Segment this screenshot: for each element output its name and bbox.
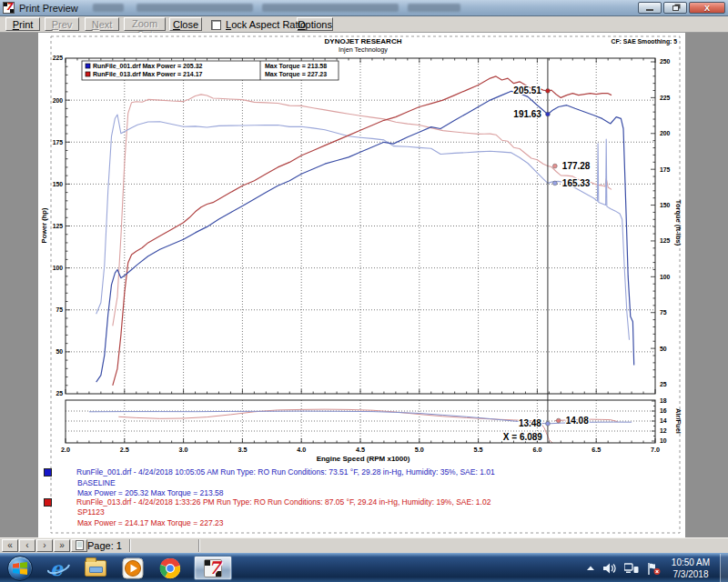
next-page-button[interactable]: ›: [36, 539, 53, 552]
statusbar-divider: [129, 539, 131, 552]
torque-tick-label: 50: [660, 346, 667, 352]
torque-tick-label: 150: [660, 202, 671, 208]
clock-time: 10:50 AM: [664, 557, 717, 568]
statusbar-divider: [198, 539, 200, 552]
restore-button[interactable]: [663, 2, 687, 14]
smoothing-note: CF: SAE Smoothing: 5: [612, 38, 678, 45]
power-tick-label: 175: [53, 139, 64, 146]
volume-icon[interactable]: [603, 563, 616, 574]
callout-label: 13.48: [519, 418, 541, 428]
preview-page: 2550751001251501752002252550751001251501…: [38, 33, 685, 537]
legend-entry: RunFile_013.drf Max Power = 214.17: [93, 71, 203, 77]
callout-label: 165.33: [562, 178, 591, 188]
redacted-title-text: [136, 4, 253, 12]
redacted-title-text: [262, 4, 399, 12]
last-page-button[interactable]: »: [54, 539, 70, 552]
minimize-button[interactable]: [638, 2, 662, 14]
power-tick-label: 150: [53, 181, 64, 187]
x-tick-label: 5.5: [474, 446, 483, 454]
redacted-title-text: [408, 4, 460, 12]
print-button[interactable]: Print: [5, 17, 40, 31]
x-tick-label: 3.5: [238, 446, 247, 454]
power-tick-label: 125: [53, 223, 64, 229]
window-titlebar[interactable]: 7 Print Preview X: [0, 0, 728, 16]
prev-page-button[interactable]: ‹: [19, 539, 35, 552]
callout-dot: [546, 112, 551, 116]
taskbar-internet-explorer-icon[interactable]: e: [46, 557, 70, 580]
taskbar-explorer-icon[interactable]: [84, 557, 107, 580]
callout-dot: [546, 421, 551, 426]
af-tick-label: 14: [660, 417, 667, 424]
torque-tick-label: 100: [660, 274, 671, 280]
torque-axis-title: Torque (ft-lbs): [674, 200, 682, 246]
x-tick-label: 4.5: [356, 446, 365, 454]
legend-swatch: [86, 64, 90, 68]
callout-dot: [546, 89, 551, 94]
series-power_013: [113, 76, 612, 386]
taskbar-chrome-icon[interactable]: [158, 557, 182, 580]
app-icon: 7: [3, 2, 15, 14]
torque-tick-label: 250: [660, 58, 671, 65]
power-tick-label: 200: [53, 97, 64, 104]
torque-tick-label: 225: [660, 95, 671, 101]
prev-button[interactable]: Prev: [45, 17, 79, 31]
clock-date: 7/3/2018: [664, 568, 717, 580]
lock-aspect-ratio-checkbox[interactable]: [211, 20, 221, 30]
lock-aspect-ratio-label: Lock Aspect Ratio: [226, 19, 306, 30]
callout-label: 14.08: [566, 416, 589, 426]
torque-tick-label: 175: [660, 166, 671, 173]
chart-subtitle: Injen Technology: [339, 45, 388, 54]
network-icon[interactable]: [624, 563, 639, 574]
af-tick-label: 12: [660, 427, 667, 434]
legend-entry: Max Torque = 213.58: [265, 63, 327, 70]
taskbar-winpep-button[interactable]: 7: [194, 556, 232, 580]
chart-title: DYNOJET RESEARCH: [325, 37, 402, 45]
legend-entry: RunFile_001.drf Max Power = 205.32: [93, 63, 203, 69]
show-desktop-button[interactable]: [720, 554, 728, 582]
af-axis-title: Air/Fuel: [674, 408, 682, 434]
torque-tick-label: 75: [660, 309, 667, 316]
page-thumbnail-button[interactable]: [71, 539, 87, 552]
af-tick-label: 18: [660, 397, 667, 404]
taskbar-media-player-icon[interactable]: [121, 557, 145, 580]
cursor-x-label: X = 6.089: [503, 432, 543, 442]
svg-text:e: e: [50, 557, 65, 580]
callout-label: 205.51: [513, 85, 541, 95]
system-tray: [586, 554, 661, 582]
power-axis-title: Power (hp): [40, 207, 48, 243]
x-tick-label: 4.0: [297, 446, 306, 454]
page-indicator: Page: 1: [87, 540, 122, 551]
x-tick-label: 3.0: [179, 446, 188, 454]
close-window-button[interactable]: X: [689, 2, 725, 14]
first-page-button[interactable]: «: [2, 539, 18, 552]
taskbar-clock[interactable]: 10:50 AM 7/3/2018: [664, 557, 717, 580]
x-tick-label: 6.5: [592, 446, 601, 454]
window-title: Print Preview: [19, 3, 78, 14]
x-tick-label: 7.0: [651, 446, 660, 454]
screen: 7 Print Preview X PrintPrevNextZoom OutC…: [0, 0, 728, 582]
zoom-out-button[interactable]: Zoom Out: [124, 17, 166, 31]
power-tick-label: 100: [53, 265, 64, 271]
af-tick-label: 16: [660, 407, 667, 414]
hidden-icons-arrow[interactable]: [586, 565, 595, 572]
legend-swatch: [86, 72, 90, 76]
x-tick-label: 6.0: [532, 446, 541, 454]
next-button[interactable]: Next: [85, 17, 119, 31]
dyno-chart: 2550751001251501752002252550751001251501…: [38, 33, 685, 537]
redacted-title-text: [93, 4, 124, 12]
power-tick-label: 50: [56, 348, 63, 355]
close-button[interactable]: Close: [169, 17, 202, 31]
torque-tick-label: 125: [660, 237, 671, 244]
callout-dot: [552, 181, 557, 186]
callout-dot: [552, 164, 557, 168]
torque-tick-label: 200: [660, 130, 671, 136]
series-power_001: [96, 91, 634, 382]
print-preview-toolbar: PrintPrevNextZoom OutCloseOptions Lock A…: [0, 16, 728, 33]
power-tick-label: 225: [53, 55, 64, 61]
preview-workspace: 2550751001251501752002252550751001251501…: [0, 33, 728, 537]
x-tick-label: 5.0: [415, 446, 424, 454]
windows-logo-icon: [13, 562, 27, 575]
action-center-flag-icon[interactable]: [647, 563, 661, 575]
start-button[interactable]: [7, 556, 33, 581]
statusbar: «‹›» Page: 1: [0, 537, 728, 553]
